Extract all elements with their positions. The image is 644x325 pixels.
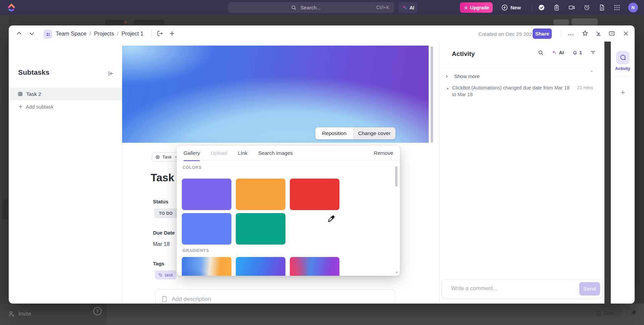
activity-panel: Activity AI 1 [439,42,604,304]
share-button[interactable]: Share [533,28,552,39]
dimmed-favicon-dot [124,21,126,23]
tag-chip-task[interactable]: task [155,270,176,279]
topbar: Ctrl+K AI Upgrade New [0,0,644,15]
search-input[interactable] [300,4,331,11]
subtasks-title: Subtasks [18,68,49,76]
task-cover-image[interactable]: Reposition Change cover [122,46,429,143]
reposition-button[interactable]: Reposition [315,127,353,139]
main-scrollbar[interactable] [431,46,433,143]
popup-scrollbar[interactable] [395,166,397,187]
close-icon[interactable] [623,30,629,37]
ai-button[interactable]: AI [398,2,418,13]
subtasks-panel: Subtasks Task 2 Add subtask [9,42,122,304]
cover-actions: Reposition Change cover [315,127,395,139]
dim-overlay-left [0,15,9,325]
gradient-swatch-blue-orange[interactable] [182,257,231,276]
activity-entry-bullet [447,88,448,89]
apps-grid-icon[interactable] [613,4,621,11]
subtask-label: Task 2 [26,91,41,97]
invite-user-icon [8,310,15,317]
color-swatch-orange[interactable] [236,179,285,210]
add-description-field[interactable]: Add description [155,289,395,304]
color-swatch-teal[interactable] [236,213,285,245]
notification-count: 1 [579,50,582,55]
tags-label: Tags [153,261,164,266]
status-value-chip[interactable]: TO DO [154,208,177,218]
activity-search-icon[interactable] [538,50,544,56]
activity-entry-time: 21 mins [577,85,593,90]
color-swatch-red[interactable] [290,179,339,210]
gradients-grid [182,257,342,276]
minimize-download-icon[interactable] [595,30,602,37]
doc-page-icon[interactable] [598,4,605,11]
pin-icon[interactable] [631,310,637,316]
tab-link[interactable]: Link [238,146,247,161]
remove-cover-button[interactable]: Remove [374,146,393,161]
breadcrumb-project-1[interactable]: Project 1 [122,30,144,37]
export-task-icon[interactable] [157,30,163,37]
next-task-button[interactable] [28,30,36,37]
show-more-button[interactable]: Show more [445,73,480,79]
color-swatch-blue[interactable] [182,213,231,245]
right-rail: Activity + [611,42,635,304]
color-swatch-purple[interactable] [182,179,231,210]
notepad-icon[interactable] [553,4,560,11]
breadcrumb[interactable]: Team Space / Projects / Project 1 [56,30,144,37]
send-button[interactable]: Send [579,282,600,296]
invite-button[interactable]: Invite [8,310,31,317]
feed-scroll-up-icon[interactable] [590,70,593,72]
gradient-swatch-pink-blue-purple[interactable] [290,257,339,276]
subtask-item-task-2[interactable]: Task 2 [9,88,122,100]
tab-search-images[interactable]: Search images [258,146,293,161]
doc-button[interactable]: Doc [595,310,613,316]
upgrade-button[interactable]: Upgrade [460,2,493,13]
sparkle-icon [402,5,408,10]
favorite-star-icon[interactable] [582,30,589,37]
add-description-label: Add description [172,296,211,303]
search-icon [291,5,297,10]
filter-icon[interactable] [590,50,596,56]
upgrade-icon [464,5,468,10]
tab-upload[interactable]: Upload [211,146,227,161]
colors-grid [182,179,342,245]
footer-light-area [107,304,644,325]
footer-divider [624,309,624,318]
collapse-sidebar-icon[interactable] [107,70,114,77]
gradient-swatch-cyan-purple-pink[interactable] [236,257,285,276]
global-search[interactable]: Ctrl+K [228,2,394,13]
add-tab-rail-button[interactable]: + [611,88,635,97]
user-avatar[interactable]: N [628,3,638,12]
tab-gallery[interactable]: Gallery [183,146,200,161]
video-icon[interactable] [568,4,575,11]
tag-label: task [165,272,173,277]
prev-task-button[interactable] [15,30,23,37]
activity-ai-button[interactable]: AI [552,50,564,55]
comment-input[interactable] [450,285,552,292]
open-layout-icon[interactable] [608,30,615,37]
more-options-icon[interactable] [568,31,574,38]
add-subtask-button[interactable]: Add subtask [18,104,54,110]
help-button[interactable]: ? [93,307,102,315]
change-cover-button[interactable]: Change cover [353,127,395,139]
show-more-label: Show more [454,73,480,79]
notifications-bell-button[interactable]: 1 [572,50,582,56]
colors-section-label: COLORS [182,165,202,170]
comment-box[interactable]: Send [441,279,603,299]
cover-picker-popup: Gallery Upload Link Search images Remove… [177,146,400,276]
new-button[interactable]: New [501,2,521,13]
add-tab-button[interactable] [169,30,175,37]
popup-scroll-down-icon[interactable] [395,272,398,273]
clickup-logo-icon[interactable] [6,2,17,13]
due-date-label: Due Date [153,230,175,236]
activity-tab-button[interactable] [616,51,630,64]
reminder-clock-icon[interactable] [583,4,590,11]
eyedropper-icon[interactable] [327,215,335,223]
ai-label: AI [410,5,414,10]
due-date-value[interactable]: Mar 18 [153,241,170,247]
invite-label: Invite [18,311,31,317]
task-type-label: Task [162,154,172,159]
tasks-check-icon[interactable] [538,4,545,11]
dim-overlay-top [0,15,644,25]
breadcrumb-projects[interactable]: Projects [94,30,114,37]
breadcrumb-team-space[interactable]: Team Space [56,30,87,37]
